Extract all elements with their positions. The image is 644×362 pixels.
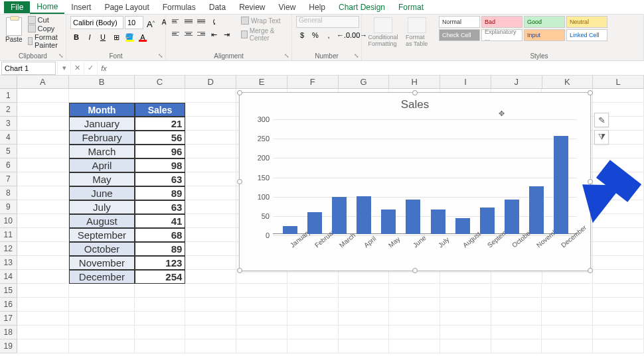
menu-tab-file[interactable]: File [4, 1, 30, 13]
cell-A2[interactable] [17, 103, 70, 117]
cell-D11[interactable] [185, 228, 236, 242]
cell-D16[interactable] [185, 298, 236, 312]
cell-A7[interactable] [17, 172, 70, 186]
cell-L7[interactable] [593, 172, 644, 186]
cell-H15[interactable] [389, 284, 440, 298]
menu-tab-review[interactable]: Review [232, 1, 272, 13]
italic-button[interactable]: I [84, 31, 96, 43]
row-header-19[interactable]: 19 [0, 339, 17, 353]
cell-E19[interactable] [236, 339, 287, 353]
chart-handle-nw[interactable] [237, 90, 242, 95]
cell-L13[interactable] [593, 256, 644, 270]
comma-button[interactable]: , [323, 29, 335, 41]
menu-tab-page-layout[interactable]: Page Layout [98, 1, 155, 13]
cell-A18[interactable] [17, 326, 70, 339]
column-header-C[interactable]: C [135, 76, 186, 88]
row-header-14[interactable]: 14 [0, 270, 17, 284]
column-header-L[interactable]: L [593, 76, 644, 88]
cell-I17[interactable] [440, 312, 491, 326]
select-all-corner[interactable] [0, 76, 17, 88]
cell-C2[interactable]: Sales [135, 103, 186, 117]
cell-C7[interactable]: 63 [135, 172, 186, 186]
row-header-16[interactable]: 16 [0, 298, 17, 312]
cell-B4[interactable]: February [69, 131, 134, 145]
worksheet-grid[interactable]: ABCDEFGHIJKL 12MonthSales3January214Febr… [0, 76, 644, 362]
cell-C4[interactable]: 56 [135, 131, 186, 145]
column-header-J[interactable]: J [491, 76, 542, 88]
chart-handle-w[interactable] [237, 179, 242, 184]
cell-C17[interactable] [135, 312, 186, 326]
cell-A14[interactable] [17, 270, 70, 284]
cell-F15[interactable] [287, 284, 339, 298]
cell-D9[interactable] [185, 200, 236, 214]
cell-A16[interactable] [17, 298, 70, 312]
cell-style-input[interactable]: Input [524, 29, 565, 41]
namebox-dropdown[interactable]: ▾ [57, 62, 70, 75]
increase-font-button[interactable]: A^ [145, 17, 157, 29]
cell-B7[interactable]: May [69, 172, 134, 186]
cell-G15[interactable] [339, 284, 390, 298]
cell-I14[interactable] [440, 270, 491, 284]
cell-K17[interactable] [542, 312, 593, 326]
cell-H19[interactable] [389, 339, 440, 353]
cell-L14[interactable] [593, 270, 644, 284]
cell-B6[interactable]: April [69, 158, 134, 172]
row-header-1[interactable]: 1 [0, 89, 17, 103]
cell-K14[interactable] [542, 270, 594, 284]
cell-A17[interactable] [17, 312, 70, 326]
cell-L12[interactable] [593, 242, 644, 256]
wrap-text-button[interactable]: Wrap Text [239, 16, 287, 25]
cell-F19[interactable] [287, 339, 339, 353]
cell-L11[interactable] [593, 228, 644, 242]
cell-G17[interactable] [339, 312, 390, 326]
row-header-12[interactable]: 12 [0, 242, 17, 256]
cell-A5[interactable] [17, 145, 70, 158]
chart-bar[interactable] [307, 212, 322, 234]
cell-L10[interactable] [593, 214, 644, 228]
menu-tab-chart-design[interactable]: Chart Design [332, 1, 392, 13]
cell-I16[interactable] [440, 298, 491, 312]
cell-C15[interactable] [135, 284, 186, 298]
chart-bar[interactable] [554, 136, 568, 234]
cell-A19[interactable] [17, 339, 70, 353]
row-header-8[interactable]: 8 [0, 186, 17, 200]
row-header-10[interactable]: 10 [0, 214, 17, 228]
currency-button[interactable]: $ [296, 29, 308, 41]
cell-C16[interactable] [135, 298, 186, 312]
cell-G18[interactable] [339, 326, 390, 339]
cell-H17[interactable] [389, 312, 440, 326]
cell-D12[interactable] [185, 242, 236, 256]
chart-handle-sw[interactable] [237, 268, 242, 273]
cell-E16[interactable] [236, 298, 287, 312]
cell-K15[interactable] [542, 284, 593, 298]
cell-E17[interactable] [236, 312, 287, 326]
cell-D2[interactable] [185, 103, 236, 117]
cell-style-neutral[interactable]: Neutral [566, 16, 607, 28]
format-as-table-button[interactable]: Format as Table [403, 16, 431, 48]
column-header-A[interactable]: A [17, 76, 70, 88]
chart-styles-button[interactable]: ✎ [594, 113, 609, 127]
cell-J14[interactable] [491, 270, 542, 284]
cell-D18[interactable] [185, 326, 236, 339]
cell-style-bad[interactable]: Bad [481, 16, 523, 28]
align-left-button[interactable] [170, 29, 182, 39]
conditional-formatting-button[interactable]: Conditional Formatting [366, 16, 400, 48]
copy-button[interactable]: Copy [27, 25, 62, 32]
cell-C5[interactable]: 96 [135, 145, 186, 158]
chart-filters-button[interactable]: ⧩ [594, 130, 609, 145]
cell-J17[interactable] [491, 312, 542, 326]
chart-bar[interactable] [357, 196, 371, 234]
menu-tab-insert[interactable]: Insert [64, 1, 98, 13]
menu-tab-help[interactable]: Help [302, 1, 332, 13]
cell-D19[interactable] [185, 339, 236, 353]
cell-D10[interactable] [185, 214, 236, 228]
cell-B3[interactable]: January [69, 117, 134, 131]
name-box[interactable] [1, 62, 56, 75]
column-header-B[interactable]: B [69, 76, 134, 88]
cell-C11[interactable]: 68 [135, 228, 186, 242]
cell-D3[interactable] [185, 117, 236, 131]
format-painter-button[interactable]: Format Painter [27, 33, 62, 49]
cell-K18[interactable] [542, 326, 593, 339]
orientation-button[interactable]: ⤹ [208, 16, 220, 28]
cell-A4[interactable] [17, 131, 70, 145]
